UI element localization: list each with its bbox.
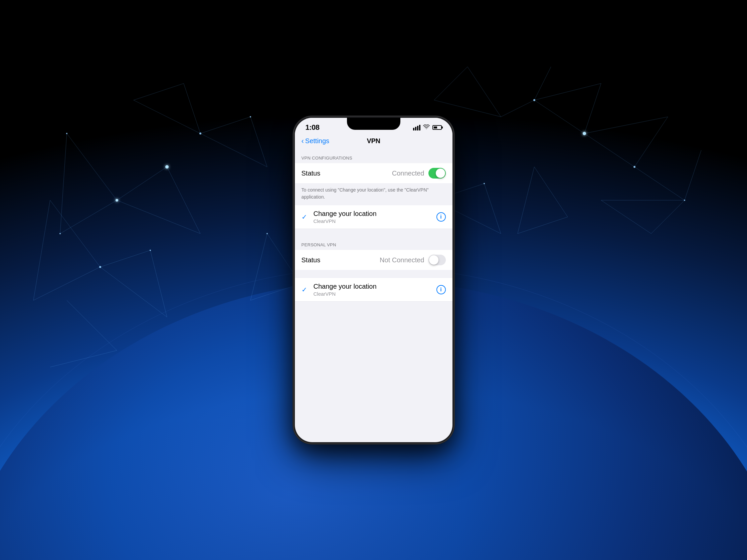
vpn-item-info: Change your location ClearVPN xyxy=(314,210,436,224)
battery-icon xyxy=(433,125,442,130)
phone-notch xyxy=(347,118,401,130)
status-label: Status xyxy=(302,169,320,177)
personal-vpn-item-sub: ClearVPN xyxy=(314,291,436,297)
svg-point-59 xyxy=(99,266,101,268)
svg-point-70 xyxy=(266,233,268,234)
svg-line-19 xyxy=(134,83,184,100)
svg-line-5 xyxy=(117,167,167,200)
svg-line-20 xyxy=(184,83,200,133)
svg-point-75 xyxy=(115,199,118,202)
svg-line-35 xyxy=(518,167,534,234)
personal-vpn-status-row: Status Not Connected xyxy=(295,250,453,270)
svg-line-4 xyxy=(60,133,67,234)
personal-status-right: Not Connected xyxy=(380,255,445,265)
vpn-config-card: Status Connected xyxy=(295,163,453,183)
svg-line-21 xyxy=(134,100,200,133)
nav-title: VPN xyxy=(367,137,380,145)
svg-line-11 xyxy=(100,250,150,267)
svg-point-65 xyxy=(484,183,485,184)
personal-vpn-item-card: ✓ Change your location ClearVPN i xyxy=(295,278,453,302)
vpn-config-item[interactable]: ✓ Change your location ClearVPN i xyxy=(295,205,453,229)
svg-line-24 xyxy=(534,83,601,100)
personal-vpn-header: PERSONAL VPN xyxy=(295,237,453,250)
personal-vpn-checkmark-icon: ✓ xyxy=(302,286,308,294)
back-button[interactable]: ‹ Settings xyxy=(302,137,330,145)
vpn-item-info-button[interactable]: i xyxy=(436,212,446,221)
status-value: Connected xyxy=(392,169,424,177)
phone-screen: 1:08 xyxy=(295,118,453,442)
svg-line-33 xyxy=(534,167,568,217)
svg-line-34 xyxy=(518,217,568,234)
svg-line-2 xyxy=(67,133,117,200)
battery-fill xyxy=(434,127,437,129)
vpn-config-toggle[interactable] xyxy=(429,168,446,179)
svg-line-14 xyxy=(67,300,117,350)
personal-vpn-toggle[interactable] xyxy=(429,255,446,265)
svg-line-7 xyxy=(117,200,200,234)
svg-line-50 xyxy=(434,67,467,100)
svg-point-74 xyxy=(583,132,586,135)
svg-line-37 xyxy=(534,67,551,100)
status-time: 1:08 xyxy=(306,123,319,132)
svg-line-31 xyxy=(651,200,685,234)
signal-icon xyxy=(413,125,420,131)
svg-point-72 xyxy=(165,165,169,168)
svg-line-28 xyxy=(635,167,685,200)
personal-vpn-card: Status Not Connected xyxy=(295,250,453,270)
svg-line-23 xyxy=(584,83,601,133)
phone-mockup: 1:08 xyxy=(293,116,454,444)
svg-point-57 xyxy=(250,116,251,117)
svg-line-13 xyxy=(100,267,167,317)
svg-line-51 xyxy=(467,67,501,117)
toggle-thumb xyxy=(436,168,445,178)
svg-line-12 xyxy=(150,250,167,317)
wifi-icon xyxy=(423,125,430,131)
nav-bar: ‹ Settings VPN xyxy=(295,134,453,150)
personal-vpn-item-name: Change your location xyxy=(314,283,436,290)
svg-line-17 xyxy=(251,117,267,167)
personal-vpn-info-button[interactable]: i xyxy=(436,285,446,294)
vpn-item-name: Change your location xyxy=(314,210,436,218)
vpn-item-card: ✓ Change your location ClearVPN i xyxy=(295,205,453,229)
phone-frame: 1:08 xyxy=(293,116,454,444)
svg-line-6 xyxy=(167,167,200,234)
svg-line-10 xyxy=(33,200,50,300)
vpn-checkmark-icon: ✓ xyxy=(302,213,308,221)
personal-status-value: Not Connected xyxy=(380,256,424,264)
svg-line-26 xyxy=(635,117,668,167)
svg-line-25 xyxy=(584,133,635,167)
vpn-configurations-header: VPN CONFIGURATIONS xyxy=(295,150,453,163)
svg-point-69 xyxy=(684,199,685,201)
vpn-config-status-row: Status Connected xyxy=(295,163,453,183)
personal-vpn-item-info: Change your location ClearVPN xyxy=(314,283,436,297)
status-icons xyxy=(413,125,442,131)
svg-line-18 xyxy=(200,133,267,167)
svg-line-3 xyxy=(60,200,117,234)
personal-vpn-item[interactable]: ✓ Change your location ClearVPN i xyxy=(295,278,453,302)
svg-line-8 xyxy=(50,200,100,267)
svg-line-16 xyxy=(200,117,251,133)
svg-line-27 xyxy=(584,117,668,133)
back-label: Settings xyxy=(305,137,329,145)
svg-point-58 xyxy=(59,233,61,234)
svg-point-68 xyxy=(634,166,636,168)
svg-line-29 xyxy=(685,150,701,200)
svg-point-60 xyxy=(150,250,151,251)
svg-line-9 xyxy=(33,267,100,300)
vpn-item-sub: ClearVPN xyxy=(314,218,436,224)
section-spacer xyxy=(295,229,453,237)
personal-status-label: Status xyxy=(302,256,320,264)
status-right: Connected xyxy=(392,168,446,179)
vpn-info-text: To connect using "Change your location",… xyxy=(295,183,453,205)
svg-line-30 xyxy=(601,200,651,234)
svg-point-55 xyxy=(66,133,68,134)
personal-toggle-thumb xyxy=(429,255,438,265)
svg-line-48 xyxy=(484,184,501,234)
svg-point-66 xyxy=(533,99,535,101)
svg-line-52 xyxy=(434,100,501,117)
svg-line-46 xyxy=(251,234,267,300)
svg-point-56 xyxy=(199,133,201,134)
back-chevron-icon: ‹ xyxy=(302,137,304,145)
svg-line-22 xyxy=(534,100,584,133)
svg-line-36 xyxy=(501,100,534,117)
